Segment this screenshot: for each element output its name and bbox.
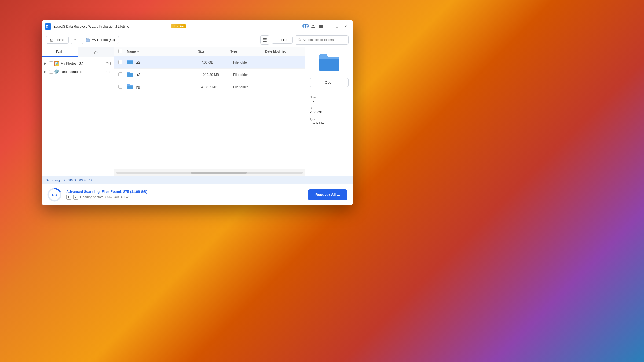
file-list: cr2 7.66 GB File folder cr3 1019 [114, 56, 305, 169]
sidebar-item-reconstructed[interactable]: ▶ ⚙️ Reconstructed 132 [42, 68, 114, 76]
open-button[interactable]: Open [310, 78, 349, 87]
svg-rect-12 [86, 39, 90, 42]
preview-folder-icon [319, 52, 340, 74]
location-breadcrumb[interactable]: My Photos (G:) [82, 36, 119, 44]
preview-size-label: Size [310, 106, 349, 110]
main-window: E EaseUS Data Recovery Wizard Profession… [42, 20, 353, 205]
preview-type-value: File folder [310, 121, 349, 125]
account-icon[interactable] [302, 23, 309, 30]
row-size-cr2: 7.66 GB [201, 61, 233, 64]
tree-arrow-myphotos: ▶ [44, 62, 48, 65]
svg-text:17%: 17% [52, 193, 57, 197]
svg-rect-11 [52, 40, 52, 42]
reconstructed-icon: ⚙️ [54, 69, 60, 74]
close-button[interactable]: ✕ [342, 23, 350, 30]
header-size[interactable]: Size [198, 50, 230, 53]
home-label: Home [55, 38, 65, 42]
preview-size-value: 7.66 GB [310, 110, 349, 114]
svg-rect-15 [263, 39, 267, 40]
svg-rect-14 [263, 38, 267, 39]
header-date[interactable]: Date Modified [265, 50, 301, 53]
svg-point-17 [298, 39, 300, 40]
title-bar: E EaseUS Data Recovery Wizard Profession… [42, 20, 353, 33]
svg-rect-6 [311, 27, 315, 28]
location-label: My Photos (G:) [92, 38, 115, 42]
progress-title-prefix: Advanced Scanning, Files Found: [66, 190, 123, 194]
row-type-cr2: File folder [233, 61, 268, 64]
row-name-cr3: cr3 [136, 73, 201, 77]
sidebar-tree: ▶ 🖼️ My Photos (G:) 743 ▶ ⚙️ Reconstruct… [42, 57, 114, 176]
file-table-header: Name Size Type Date Modified [114, 47, 305, 56]
row-name-jpg: jpg [136, 85, 201, 89]
row-checkbox-cr2[interactable] [118, 60, 127, 65]
search-input[interactable] [303, 38, 346, 42]
status-bar: Searching: ...\cr3\IMG_3090.CR3 [42, 176, 353, 184]
menu-icon[interactable] [317, 23, 324, 30]
main-area: Path Type ▶ 🖼️ My Photos (G:) 743 ▶ ⚙️ R [42, 47, 353, 176]
stop-button[interactable]: ■ [73, 195, 78, 200]
header-type[interactable]: Type [230, 50, 265, 53]
tree-label-reconstructed: Reconstructed [61, 70, 104, 74]
tree-checkbox-myphotos[interactable] [49, 61, 53, 65]
app-logo: E [45, 23, 51, 30]
svg-rect-9 [319, 27, 323, 28]
status-text: Searching: ...\cr3\IMG_3090.CR3 [46, 179, 92, 182]
row-checkbox-cr3[interactable] [118, 72, 127, 77]
list-view-button[interactable] [260, 35, 269, 45]
table-row[interactable]: cr3 1019.39 MB File folder [114, 69, 305, 81]
preview-metadata: Name cr2 Size 7.66 GB Type File folder [310, 92, 349, 125]
svg-rect-13 [86, 38, 87, 39]
sidebar: Path Type ▶ 🖼️ My Photos (G:) 743 ▶ ⚙️ R [42, 47, 114, 176]
app-title: EaseUS Data Recovery Wizard Professional… [53, 25, 169, 28]
svg-rect-8 [319, 26, 323, 27]
maximize-button[interactable]: □ [333, 23, 341, 30]
navbar: Home My Photos (G:) [42, 33, 353, 47]
scrollbar-thumb[interactable] [191, 172, 247, 174]
folder-icon-jpg [127, 84, 133, 90]
recover-all-button[interactable]: Recover All ... [308, 189, 347, 200]
preview-type-label: Type [310, 117, 349, 121]
svg-rect-7 [319, 25, 323, 26]
horizontal-scrollbar[interactable] [114, 169, 305, 176]
window-controls: — □ ✕ [324, 23, 350, 30]
table-row[interactable]: jpg 413.97 MB File folder [114, 81, 305, 93]
minimize-button[interactable]: — [324, 23, 332, 30]
progress-title: Advanced Scanning, Files Found: 875 (11.… [66, 190, 303, 194]
progress-files-count: 875 [123, 190, 129, 194]
scrollbar-track[interactable] [116, 172, 303, 174]
row-name-cr2: cr2 [136, 61, 201, 64]
progress-size: (11.99 GB) [130, 190, 147, 194]
row-size-jpg: 413.97 MB [201, 85, 233, 89]
row-type-cr3: File folder [233, 73, 268, 77]
file-area: Name Size Type Date Modified [114, 47, 305, 176]
folder-icon-cr2 [127, 59, 133, 66]
tab-path[interactable]: Path [42, 47, 78, 57]
navigate-up-button[interactable] [71, 36, 79, 44]
progress-bar: 17% Advanced Scanning, Files Found: 875 … [42, 184, 353, 205]
row-checkbox-jpg[interactable] [118, 85, 127, 90]
search-box[interactable] [295, 35, 349, 45]
filter-label: Filter [281, 38, 289, 42]
folder-icon-cr3 [127, 71, 133, 78]
pause-button[interactable]: ⏸ [66, 195, 71, 200]
tree-label-myphotos: My Photos (G:) [61, 62, 104, 65]
header-name[interactable]: Name [127, 50, 198, 53]
svg-rect-16 [263, 41, 267, 42]
sidebar-tabs: Path Type [42, 47, 114, 57]
sidebar-item-myphotos[interactable]: ▶ 🖼️ My Photos (G:) 743 [42, 59, 114, 68]
tree-checkbox-reconstructed[interactable] [49, 70, 53, 74]
tree-arrow-reconstructed: ▶ [44, 70, 48, 73]
tree-count-myphotos: 743 [106, 62, 111, 65]
progress-circle: 17% [47, 187, 62, 202]
upload-icon[interactable] [309, 23, 317, 30]
select-all-checkbox[interactable] [118, 49, 122, 53]
row-type-jpg: File folder [233, 85, 268, 89]
progress-info: Advanced Scanning, Files Found: 875 (11.… [66, 190, 303, 200]
sector-text: Reading sector: 6856704/31420415 [80, 195, 131, 199]
home-button[interactable]: Home [46, 36, 69, 44]
svg-point-5 [306, 25, 308, 27]
progress-subtitle: ⏸ ■ Reading sector: 6856704/31420415 [66, 195, 303, 200]
tab-type[interactable]: Type [78, 47, 114, 57]
table-row[interactable]: cr2 7.66 GB File folder [114, 56, 305, 69]
filter-button[interactable]: Filter [272, 36, 293, 44]
